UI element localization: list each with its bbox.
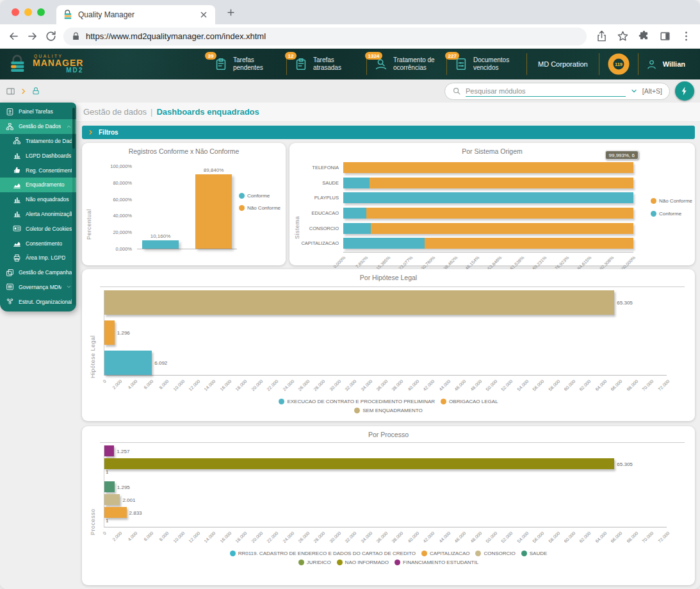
sidebar-item-area-imp-lgpd[interactable]: Área Imp. LGPD bbox=[0, 251, 76, 265]
share-icon[interactable] bbox=[596, 30, 608, 42]
sidebar-item-painel-tarefas[interactable]: Painel Tarefas bbox=[0, 104, 76, 119]
sidebar-item-reg-consentimento[interactable]: Reg. Consentimento bbox=[0, 163, 76, 178]
legend-item-obrigacao-legal[interactable]: OBRIGACAO LEGAL bbox=[441, 399, 498, 404]
segment-conforme[interactable] bbox=[343, 238, 425, 249]
search-input[interactable] bbox=[466, 85, 626, 97]
sidebar-item-tratamento-de-dados[interactable]: Tratamento de Dados bbox=[0, 134, 76, 149]
segment-nao-conforme[interactable] bbox=[370, 178, 633, 188]
x-axis-tick-label: 50.000 bbox=[485, 531, 498, 543]
legend-item-nao-conforme[interactable]: Não Conforme bbox=[651, 198, 692, 204]
maximize-window-button[interactable] bbox=[37, 8, 45, 16]
forward-icon[interactable] bbox=[26, 30, 38, 42]
layout-toggle-icon[interactable] bbox=[6, 87, 15, 96]
bar-financiamento-estudantil[interactable] bbox=[104, 445, 114, 456]
progress-donut[interactable]: 119 bbox=[599, 53, 638, 75]
x-axis-tick-label: 32.000 bbox=[345, 379, 357, 392]
stacked-bar[interactable] bbox=[343, 208, 633, 219]
stacked-bar[interactable] bbox=[343, 192, 633, 203]
new-tab-button[interactable] bbox=[225, 7, 236, 18]
company-menu[interactable]: MD Corporation bbox=[526, 53, 599, 75]
legend-item-nao-informado[interactable]: NAO INFORMADO bbox=[337, 560, 389, 565]
y-axis-tick-label: 0,000% bbox=[91, 246, 132, 252]
stacked-bar[interactable] bbox=[343, 238, 633, 249]
bar-conforme[interactable] bbox=[142, 240, 179, 249]
legend-item-capitalizacao[interactable]: CAPITALIZACAO bbox=[421, 551, 470, 556]
legend-item-conforme[interactable]: Conforme bbox=[239, 193, 281, 199]
bar-saude[interactable] bbox=[104, 481, 115, 492]
bar-sem-enquadramento[interactable] bbox=[104, 290, 614, 315]
sidebar-item-alerta-anonimizacao[interactable]: Alerta Anonimização bbox=[0, 207, 76, 222]
bar-consorcio[interactable] bbox=[104, 494, 120, 505]
bar-capitalizacao[interactable] bbox=[104, 507, 127, 518]
sidebar-item-label: Governança MDM bbox=[19, 284, 61, 290]
refresh-icon[interactable] bbox=[45, 30, 57, 42]
segment-nao-conforme[interactable] bbox=[425, 238, 633, 249]
user-menu[interactable]: Willian bbox=[638, 53, 692, 75]
segment-conforme[interactable] bbox=[343, 208, 366, 219]
search-chevron-down-icon[interactable] bbox=[630, 87, 638, 95]
legend-dot bbox=[337, 560, 343, 565]
stacked-bar[interactable] bbox=[343, 162, 633, 173]
bar-execucao-de-contrato-e-procedimento-preliminar[interactable] bbox=[104, 351, 152, 375]
legend-dot bbox=[395, 560, 400, 565]
sidebar-scrollbar[interactable] bbox=[72, 108, 75, 305]
stacked-bar[interactable] bbox=[343, 178, 633, 188]
bar-row-nao-informado: 65.305 bbox=[104, 458, 667, 469]
header-badge-tarefas-atrasadas[interactable]: 12Tarefas atrasadas bbox=[286, 53, 366, 75]
browser-tab[interactable]: Quality Manager bbox=[56, 5, 215, 24]
extensions-puzzle-icon[interactable] bbox=[638, 30, 650, 42]
sidebar-item-gestao-de-campanhas[interactable]: Gestão de Campanhas bbox=[0, 265, 76, 280]
x-axis-tick-label: 24.000 bbox=[282, 531, 295, 543]
bar-obrigacao-legal[interactable] bbox=[104, 320, 115, 345]
filters-panel-header[interactable]: Filtros bbox=[82, 126, 695, 139]
segment-conforme[interactable] bbox=[343, 178, 370, 188]
minimize-window-button[interactable] bbox=[24, 8, 32, 16]
sidebar-item-coletor-de-cookies[interactable]: Coletor de Cookies bbox=[0, 221, 76, 236]
tab-close-icon[interactable] bbox=[199, 10, 209, 20]
segment-conforme[interactable] bbox=[343, 192, 633, 203]
bar-nao-informado[interactable] bbox=[104, 458, 614, 469]
sidebar-item-governanca-mdm[interactable]: Governança MDM bbox=[0, 280, 76, 295]
legend-item-conforme[interactable]: Conforme bbox=[651, 211, 692, 217]
legend-item-rr0119-cadastro-de-endereco-e-dados-do-cartao-de-credito[interactable]: RR0119. CADASTRO DE ENDERECO E DADOS DO … bbox=[230, 551, 416, 556]
legend-item-nao-conforme[interactable]: Não Conforme bbox=[239, 205, 281, 211]
sidebar-item-estrut-organizacional[interactable]: Estrut. Organizacional bbox=[0, 294, 76, 309]
legend-item-financiamento-estudantil[interactable]: FINANCIAMENTO ESTUDANTIL bbox=[395, 560, 478, 565]
bookmark-star-icon[interactable] bbox=[617, 30, 629, 42]
sidebar-item-gestao-de-dados[interactable]: Gestão de Dados bbox=[0, 119, 76, 134]
sidebar-item-lgpd-dashboards[interactable]: LGPD Dashboards bbox=[0, 148, 76, 163]
stacked-bar[interactable] bbox=[343, 223, 633, 234]
close-window-button[interactable] bbox=[12, 8, 19, 16]
segment-nao-conforme[interactable] bbox=[371, 223, 633, 234]
legend-item-saude[interactable]: SAUDE bbox=[521, 551, 548, 556]
legend-row: SEM ENQUADRAMENTO bbox=[354, 408, 423, 413]
header-badge-documentos-vencidos[interactable]: 227Documentos vencidos bbox=[446, 53, 526, 75]
legend-item-execucao-de-contrato-e-procedimento-preliminar[interactable]: EXECUCAO DE CONTRATO E PROCEDIMENTO PREL… bbox=[279, 399, 435, 404]
segment-nao-conforme[interactable] bbox=[343, 162, 633, 173]
legend-item-consorcio[interactable]: CONSORCIO bbox=[475, 551, 515, 556]
module-bar-right: [Alt+S] bbox=[444, 81, 694, 101]
segment-conforme[interactable] bbox=[343, 223, 371, 234]
module-lock-icon[interactable] bbox=[31, 87, 40, 95]
legend-item-sem-enquadramento[interactable]: SEM ENQUADRAMENTO bbox=[354, 408, 423, 413]
sidebar-item-consentimento[interactable]: Consentimento bbox=[0, 236, 76, 251]
url-bar[interactable]: https://www.md2qualitymanager.com/index.… bbox=[63, 28, 587, 46]
sidebar-item-nao-enquadrados[interactable]: Não enquadrados bbox=[0, 192, 76, 207]
back-icon[interactable] bbox=[8, 30, 20, 42]
sidebar-scrollbar-thumb[interactable] bbox=[72, 108, 75, 149]
x-axis-tick-label: 54.000 bbox=[516, 379, 529, 392]
bar-nao-conforme[interactable] bbox=[195, 174, 232, 249]
browser-menu-icon[interactable] bbox=[680, 30, 692, 42]
header-badge-tratamento-de-ocorrencias[interactable]: 1324Tratamento de ocorrências bbox=[366, 53, 446, 75]
side-panel-icon[interactable] bbox=[659, 30, 671, 42]
header-badge-tarefas-pendentes[interactable]: 39Tarefas pendentes bbox=[207, 53, 286, 75]
title-divider bbox=[100, 286, 685, 287]
chart-legend: RR0119. CADASTRO DE ENDERECO E DADOS DO … bbox=[82, 551, 695, 565]
id-card-icon bbox=[13, 224, 21, 233]
sidebar-item-enquadramento[interactable]: Enquadramento bbox=[0, 178, 76, 192]
quality-manager-logo[interactable]: QUALITY MANAGER MD2 bbox=[8, 54, 83, 74]
x-axis-tick-label: 72.000 bbox=[657, 379, 670, 392]
segment-nao-conforme[interactable] bbox=[366, 208, 633, 219]
legend-item-juridico[interactable]: JURIDICO bbox=[298, 560, 331, 565]
quick-action-button[interactable] bbox=[675, 81, 694, 101]
